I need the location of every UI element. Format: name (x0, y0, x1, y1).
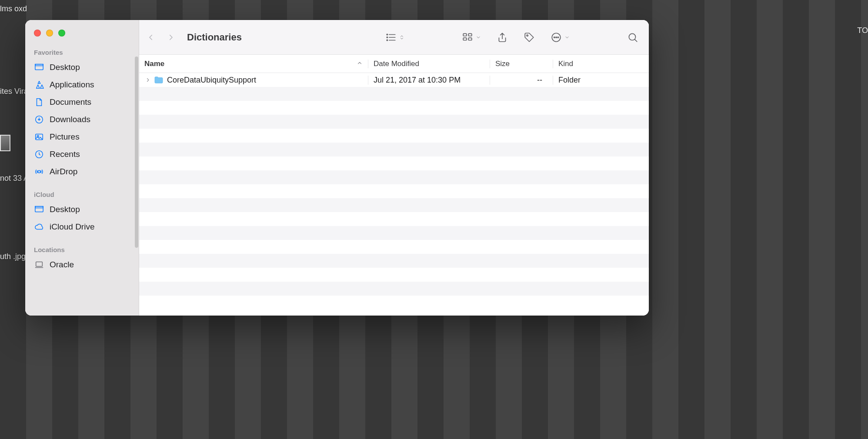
file-date: Jul 21, 2017 at 10:30 PM (368, 76, 490, 85)
sidebar-item-label: Applications (50, 80, 94, 90)
column-header-label: Date Modified (374, 60, 419, 68)
sidebar-item-label: Downloads (50, 115, 90, 124)
window-title: Dictionaries (187, 32, 242, 43)
file-row-empty: . (139, 198, 649, 212)
sidebar-item-desktop[interactable]: Desktop (25, 59, 139, 76)
view-mode-list-button[interactable] (385, 32, 404, 43)
pictures-icon (34, 132, 44, 142)
window-controls (34, 30, 139, 37)
more-actions-button[interactable] (551, 32, 570, 43)
svg-rect-17 (468, 33, 472, 36)
desktop-icon-label: TO (857, 26, 868, 36)
file-row-empty: . (139, 115, 649, 129)
svg-rect-0 (35, 64, 43, 70)
svg-rect-7 (35, 206, 43, 212)
search-button[interactable] (627, 32, 638, 43)
sidebar-item-icloud-drive[interactable]: iCloud Drive (25, 218, 139, 236)
sidebar-item-airdrop[interactable]: AirDrop (25, 163, 139, 180)
svg-point-22 (554, 37, 555, 37)
sidebar-item-label: Oracle (50, 260, 74, 269)
file-row-empty: . (139, 268, 649, 282)
file-list: CoreDataUbiquitySupport Jul 21, 2017 at … (139, 73, 649, 316)
sidebar-item-label: Desktop (50, 63, 80, 72)
svg-point-14 (387, 37, 387, 37)
sidebar-item-documents[interactable]: Documents (25, 93, 139, 111)
column-header-date[interactable]: Date Modified (368, 60, 490, 68)
file-row-empty: . (139, 156, 649, 170)
sidebar-item-label: iCloud Drive (50, 222, 94, 232)
close-window-button[interactable] (34, 30, 41, 37)
sidebar-scrollbar[interactable] (135, 57, 138, 248)
svg-rect-19 (468, 38, 472, 40)
column-header-label: Name (144, 60, 164, 68)
group-by-button[interactable] (462, 32, 481, 43)
cloud-icon (34, 222, 44, 232)
file-row-empty: . (139, 240, 649, 254)
sidebar-item-label: Desktop (50, 205, 80, 214)
file-row[interactable]: CoreDataUbiquitySupport Jul 21, 2017 at … (139, 73, 649, 87)
sidebar-item-icloud-desktop[interactable]: Desktop (25, 201, 139, 218)
svg-rect-9 (36, 262, 43, 266)
sidebar-section-locations: Locations (25, 244, 139, 256)
svg-rect-8 (35, 206, 43, 208)
sidebar-section-favorites: Favorites (25, 47, 139, 59)
column-header-kind[interactable]: Kind (553, 60, 649, 68)
share-button[interactable] (497, 32, 508, 43)
sidebar-item-label: AirDrop (50, 167, 77, 176)
applications-icon (34, 80, 44, 90)
finder-window: Favorites Desktop Applications Documents (25, 20, 649, 316)
folder-icon (154, 76, 164, 84)
tags-button[interactable] (524, 32, 535, 43)
svg-point-15 (387, 40, 387, 40)
file-kind: Folder (553, 76, 649, 85)
file-row-empty: . (139, 129, 649, 143)
svg-line-26 (634, 39, 637, 41)
documents-icon (34, 97, 44, 107)
column-header-label: Kind (558, 60, 573, 68)
minimize-window-button[interactable] (46, 30, 53, 37)
sidebar-item-pictures[interactable]: Pictures (25, 128, 139, 146)
file-row-empty: . (139, 254, 649, 268)
toolbar: Dictionaries (139, 20, 649, 55)
svg-rect-16 (463, 33, 467, 36)
chevron-down-icon (476, 35, 481, 40)
file-size: -- (490, 76, 553, 85)
sidebar-item-recents[interactable]: Recents (25, 146, 139, 163)
sidebar-item-label: Pictures (50, 132, 80, 142)
sidebar-section-icloud: iCloud (25, 189, 139, 201)
column-header-size[interactable]: Size (490, 60, 553, 68)
file-row-empty: . (139, 101, 649, 115)
disclosure-triangle-icon[interactable] (145, 77, 150, 83)
file-row-empty: . (139, 170, 649, 184)
sort-ascending-icon (357, 60, 363, 68)
desktop-icon (34, 62, 44, 73)
file-row-empty: . (139, 282, 649, 296)
sidebar-item-label: Documents (50, 97, 91, 107)
laptop-icon (34, 259, 44, 270)
desktop-icon (34, 204, 44, 215)
zoom-window-button[interactable] (58, 30, 65, 37)
downloads-icon (34, 114, 44, 125)
back-button[interactable] (147, 33, 155, 41)
forward-button[interactable] (167, 33, 175, 41)
column-header-name[interactable]: Name (139, 60, 368, 68)
desktop-icon-label: uth .jpg (0, 252, 26, 262)
column-header-label: Size (495, 60, 510, 68)
column-headers: Name Date Modified Size Kind (139, 55, 649, 73)
chevron-down-icon (564, 35, 570, 40)
desktop-icon-thumb (0, 135, 10, 151)
svg-point-20 (527, 35, 528, 36)
svg-rect-1 (35, 64, 43, 66)
sidebar: Favorites Desktop Applications Documents (25, 20, 139, 316)
desktop-icon-label: lms oxd (0, 4, 27, 14)
file-name: CoreDataUbiquitySupport (167, 76, 256, 85)
sidebar-item-location-oracle[interactable]: Oracle (25, 256, 139, 273)
airdrop-icon (34, 166, 44, 177)
recents-icon (34, 149, 44, 160)
file-row-empty: . (139, 184, 649, 198)
svg-rect-18 (463, 38, 467, 40)
sidebar-item-downloads[interactable]: Downloads (25, 111, 139, 128)
sidebar-item-applications[interactable]: Applications (25, 76, 139, 93)
up-down-caret-icon (399, 35, 404, 40)
file-row-empty: . (139, 212, 649, 226)
